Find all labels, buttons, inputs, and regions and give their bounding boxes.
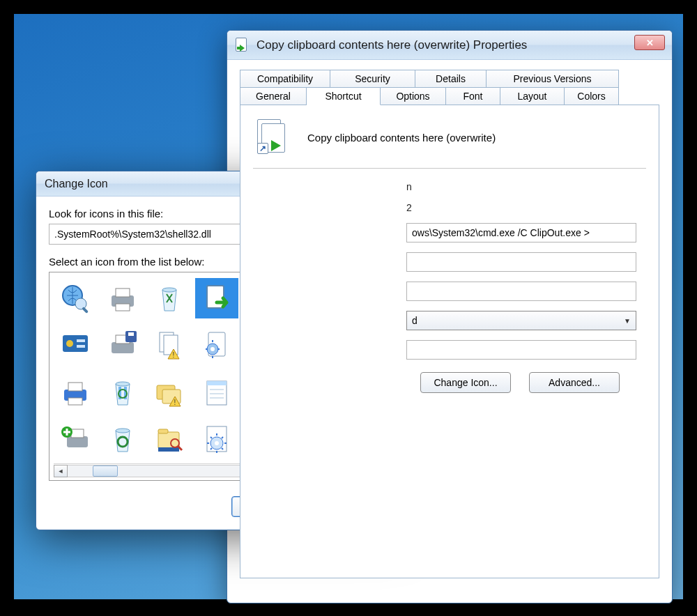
tab-row-lower: General Shortcut Options Font Layout Col… — [240, 87, 659, 105]
svg-point-62 — [116, 429, 130, 433]
folder-search-icon[interactable] — [148, 419, 191, 460]
document-settings-gear-icon[interactable] — [195, 325, 238, 366]
folders-warning-icon[interactable]: ! — [148, 372, 191, 413]
change-icon-button[interactable]: Change Icon... — [420, 372, 511, 393]
shortcut-tab-panel: ↗ Copy clipboard contents here (overwrit… — [240, 105, 659, 578]
recycle-bin-icon[interactable] — [148, 278, 191, 318]
documents-warning-icon[interactable]: ! — [148, 325, 191, 366]
gear-settings-icon[interactable] — [195, 419, 238, 460]
run-dropdown-value: d — [412, 315, 418, 326]
tab-details[interactable]: Details — [415, 70, 487, 88]
scroll-thumb[interactable] — [93, 465, 118, 477]
tab-options[interactable]: Options — [381, 87, 446, 105]
document-export-icon[interactable] — [195, 278, 238, 318]
printer-icon[interactable] — [101, 278, 144, 318]
dialog-title: Change Icon — [45, 178, 108, 190]
tab-compatibility[interactable]: Compatibility — [240, 70, 330, 88]
comment-input[interactable] — [406, 340, 636, 360]
target-location-partial-label: 2 — [406, 202, 636, 213]
svg-rect-48 — [207, 381, 227, 385]
svg-rect-60 — [71, 429, 84, 438]
recycle-bin-half-icon[interactable] — [101, 419, 144, 460]
divider — [253, 168, 646, 169]
svg-text:!: ! — [173, 351, 175, 359]
start-in-input[interactable] — [406, 252, 636, 272]
run-dropdown[interactable]: d ▼ — [406, 311, 636, 330]
shortcut-big-icon: ↗ — [257, 119, 289, 155]
shortcut-name-label: Copy clipboard contents here (overwrite) — [307, 132, 496, 144]
document-export-icon — [236, 38, 250, 53]
advanced-button[interactable]: Advanced... — [529, 372, 620, 393]
target-input[interactable] — [406, 223, 636, 242]
svg-rect-24 — [128, 332, 134, 336]
svg-rect-20 — [77, 345, 85, 348]
svg-point-71 — [215, 441, 219, 445]
desktop-background: Copy clipboard contents here (overwrite)… — [14, 14, 683, 599]
svg-text:!: ! — [174, 399, 176, 406]
tab-previous-versions[interactable]: Previous Versions — [487, 70, 619, 88]
svg-rect-66 — [158, 447, 179, 452]
printer-blue-icon[interactable] — [54, 372, 97, 413]
control-panel-icon[interactable] — [54, 325, 97, 366]
printer-save-icon[interactable] — [101, 325, 144, 366]
add-printer-icon[interactable] — [54, 419, 97, 460]
svg-point-6 — [162, 288, 176, 292]
tab-row-upper: Compatibility Security Details Previous … — [240, 70, 659, 88]
target-type-partial-label: n — [406, 181, 636, 192]
scroll-left-button[interactable]: ◄ — [54, 465, 68, 477]
svg-rect-4 — [116, 288, 130, 297]
svg-rect-38 — [68, 383, 82, 391]
close-button[interactable]: ✕ — [634, 35, 665, 50]
tab-colors[interactable]: Colors — [565, 87, 619, 105]
tab-general[interactable]: General — [240, 87, 307, 105]
svg-rect-65 — [158, 429, 168, 433]
svg-rect-5 — [116, 304, 130, 311]
tab-shortcut[interactable]: Shortcut — [307, 87, 381, 105]
svg-point-40 — [116, 382, 130, 386]
recycle-bin-full-icon[interactable] — [101, 372, 144, 413]
svg-point-18 — [66, 340, 73, 347]
shortcut-key-input[interactable] — [406, 282, 636, 301]
svg-rect-26 — [164, 335, 178, 355]
svg-rect-7 — [207, 286, 224, 308]
properties-title: Copy clipboard contents here (overwrite)… — [256, 38, 527, 52]
svg-point-30 — [210, 347, 215, 351]
tab-security[interactable]: Security — [330, 70, 415, 88]
svg-rect-39 — [68, 398, 82, 405]
tab-layout[interactable]: Layout — [500, 87, 565, 105]
notepad-icon[interactable] — [195, 372, 238, 413]
properties-window: Copy clipboard contents here (overwrite)… — [227, 30, 673, 603]
tab-font[interactable]: Font — [446, 87, 500, 105]
svg-rect-19 — [77, 339, 85, 342]
chevron-down-icon: ▼ — [624, 317, 631, 325]
svg-rect-64 — [158, 432, 179, 449]
properties-titlebar[interactable]: Copy clipboard contents here (overwrite)… — [227, 31, 672, 60]
search-globe-icon[interactable] — [54, 278, 97, 318]
